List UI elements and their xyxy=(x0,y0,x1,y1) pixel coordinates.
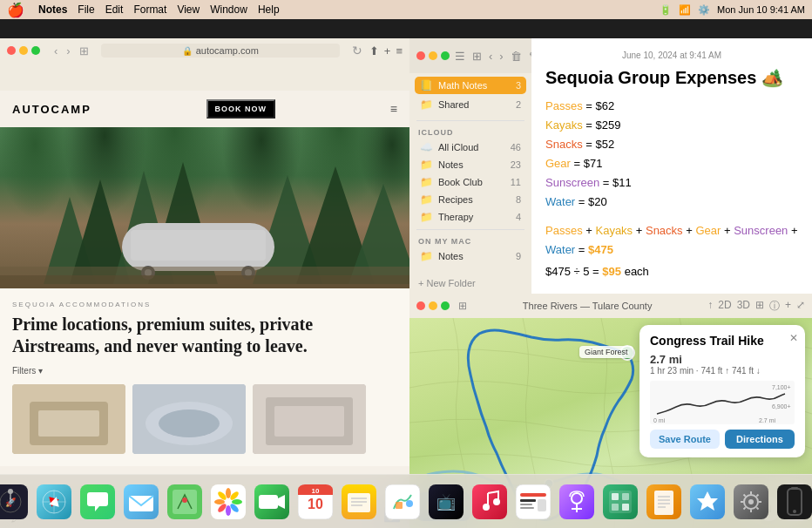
maps-share-icon[interactable]: ↑ xyxy=(707,299,713,314)
dock-app-freeform[interactable] xyxy=(382,482,423,522)
filters-label[interactable]: Filters xyxy=(12,366,36,376)
menu-help[interactable]: Help xyxy=(258,3,280,16)
url-text[interactable]: autocamp.com xyxy=(196,45,259,56)
maps-traffic-lights xyxy=(416,301,450,310)
notes-divider-1 xyxy=(416,120,524,121)
menubar-right: 🔋 📶 ⚙️ Mon Jun 10 9:41 AM xyxy=(660,4,805,16)
hero-image xyxy=(0,127,409,288)
maps-close-button[interactable] xyxy=(416,301,425,310)
notes-minimize-button[interactable] xyxy=(429,51,437,60)
dock-app-launchpad[interactable]: 🚀 xyxy=(0,482,30,522)
reader-mode-icon[interactable]: ⊞ xyxy=(79,44,89,58)
dock-app-settings[interactable] xyxy=(731,482,771,522)
dock-app-photos[interactable] xyxy=(208,482,248,522)
back-button[interactable]: ‹ xyxy=(52,44,59,58)
share-button[interactable]: ⬆ xyxy=(369,44,379,58)
menu-edit[interactable]: Edit xyxy=(105,3,124,16)
hike-card-title: Congress Trail Hike xyxy=(650,334,795,348)
dock-app-facetime[interactable] xyxy=(252,482,292,522)
dock-app-numbers[interactable] xyxy=(600,482,640,522)
svg-rect-95 xyxy=(612,493,619,500)
notes-back-icon[interactable]: ‹ xyxy=(489,50,492,63)
minimize-button[interactable] xyxy=(19,46,28,55)
notes-delete-icon[interactable]: 🗑 xyxy=(511,50,522,63)
dock-app-maps[interactable] xyxy=(165,482,205,522)
apple-menu-icon[interactable]: 🍎 xyxy=(7,2,24,18)
notes-math-notes-item[interactable]: 📒 Math Notes 3 xyxy=(415,77,526,94)
control-center-icon[interactable]: ⚙️ xyxy=(698,4,710,16)
url-bar[interactable]: 🔒 autocamp.com xyxy=(101,44,340,58)
forward-button[interactable]: › xyxy=(64,44,71,58)
book-club-icon: 📁 xyxy=(420,176,433,188)
svg-rect-98 xyxy=(622,504,629,511)
menu-view[interactable]: View xyxy=(177,3,200,16)
site-images xyxy=(12,384,397,454)
sidebar-toggle[interactable]: ≡ xyxy=(396,44,403,58)
book-now-button[interactable]: BOOK NOW xyxy=(206,99,276,118)
notes-recipes-item[interactable]: 📁 Recipes 8 xyxy=(415,191,526,208)
notes-forward-icon[interactable]: › xyxy=(499,50,503,63)
site-thumbnail-1[interactable] xyxy=(12,384,125,454)
svg-text:🚀: 🚀 xyxy=(5,497,17,508)
site-thumbnail-2[interactable] xyxy=(132,384,246,454)
notes-shared-item[interactable]: 📁 Shared 2 xyxy=(415,96,526,113)
hike-stats: 2.7 mi 1 hr 23 min · 741 ft ↑ 741 ft ↓ xyxy=(650,353,795,376)
maps-minimize-button[interactable] xyxy=(429,301,437,310)
dock-app-mail[interactable] xyxy=(121,482,161,522)
dock-app-iphone-mirroring[interactable] xyxy=(775,482,812,522)
close-button[interactable] xyxy=(7,46,16,55)
app-name[interactable]: Notes xyxy=(38,3,67,16)
dock-app-messages[interactable] xyxy=(78,482,118,522)
hike-distance: 2.7 mi xyxy=(650,353,795,366)
maps-maximize-button[interactable] xyxy=(441,301,450,310)
menu-file[interactable]: File xyxy=(78,3,94,16)
dock-app-tv[interactable]: 📺 xyxy=(426,482,466,522)
dock-app-appstore[interactable] xyxy=(687,482,727,522)
notes-close-button[interactable] xyxy=(416,51,425,60)
maximize-button[interactable] xyxy=(31,46,40,55)
notes-book-club-item[interactable]: 📁 Book Club 11 xyxy=(415,173,526,191)
section-label: SEQUOIA ACCOMMODATIONS xyxy=(12,301,397,308)
save-route-button[interactable]: Save Route xyxy=(650,430,720,449)
recipes-icon: 📁 xyxy=(420,193,433,206)
site-thumbnail-3[interactable] xyxy=(253,384,366,454)
svg-rect-84 xyxy=(520,493,546,497)
svg-text:7,100+: 7,100+ xyxy=(772,384,791,390)
notes-line-snacks: Snacks = $52 xyxy=(545,135,798,154)
dock-app-notes[interactable] xyxy=(339,482,379,522)
dock-app-music[interactable] xyxy=(470,482,510,522)
dock-app-calendar[interactable]: 10 10 xyxy=(295,482,335,522)
maps-3d-icon[interactable]: 3D xyxy=(737,299,750,314)
notes-grid-icon[interactable]: ⊞ xyxy=(472,50,482,63)
notes-title: Sequoia Group Expenses 🏕️ xyxy=(545,67,798,88)
notes-maximize-button[interactable] xyxy=(441,51,450,60)
dock-app-safari[interactable] xyxy=(34,482,74,522)
new-tab-button[interactable]: + xyxy=(384,44,391,58)
dock-app-podcasts[interactable] xyxy=(557,482,597,522)
dock-app-news[interactable] xyxy=(513,482,553,522)
dock-app-pages[interactable] xyxy=(644,482,684,522)
notes-icloud-folders: ☁️ All iCloud 46 📁 Notes 23 📁 Book Club … xyxy=(409,139,531,226)
notes-notes-icloud-item[interactable]: 📁 Notes 23 xyxy=(415,156,526,173)
menu-window[interactable]: Window xyxy=(210,3,247,16)
notes-list-icon[interactable]: ☰ xyxy=(455,50,465,63)
directions-button[interactable]: Directions xyxy=(725,430,795,449)
maps-2d-icon[interactable]: 2D xyxy=(718,299,731,314)
svg-rect-8 xyxy=(131,230,266,261)
maps-layers-icon[interactable]: ⊞ xyxy=(755,299,764,314)
maps-info-icon[interactable]: ⓘ xyxy=(769,299,780,314)
maps-add-icon[interactable]: + xyxy=(785,299,791,314)
menu-format[interactable]: Format xyxy=(133,3,166,16)
svg-text:2.7 mi: 2.7 mi xyxy=(759,417,776,423)
maps-sidebar-toggle[interactable]: ⊞ xyxy=(458,300,467,312)
notes-all-icloud-item[interactable]: ☁️ All iCloud 46 xyxy=(415,139,526,156)
refresh-icon[interactable]: ↻ xyxy=(352,44,362,58)
svg-text:6,900+: 6,900+ xyxy=(772,403,791,410)
notes-therapy-item[interactable]: 📁 Therapy 4 xyxy=(415,208,526,226)
hike-card-close-button[interactable]: ✕ xyxy=(789,332,798,344)
hamburger-menu-icon[interactable]: ≡ xyxy=(390,102,397,116)
new-folder-button[interactable]: + New Folder xyxy=(409,273,531,294)
maps-expand-icon[interactable]: ⤢ xyxy=(796,299,805,314)
svg-rect-76 xyxy=(396,502,403,509)
notes-mac-notes-item[interactable]: 📁 Notes 9 xyxy=(415,247,526,265)
